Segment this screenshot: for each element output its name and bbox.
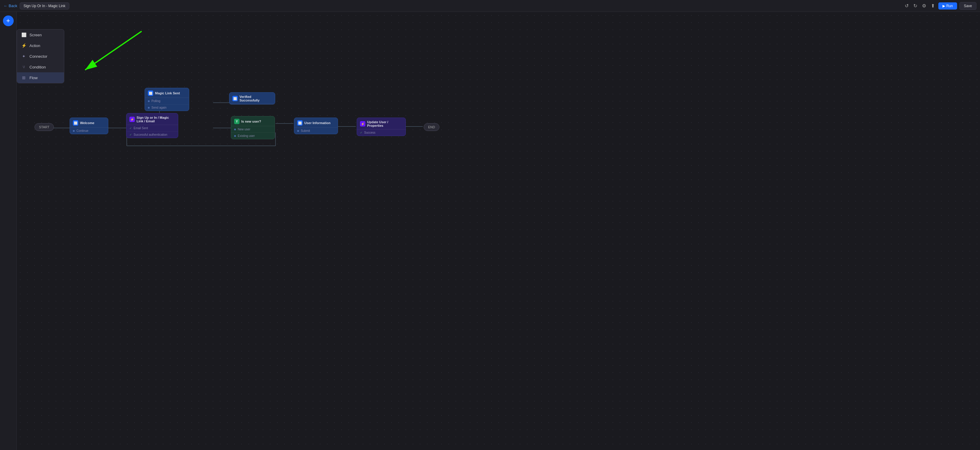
signup-email-header: ⚡ Sign Up or In / Magic Link / Email bbox=[126, 113, 178, 125]
update-user-row-success[interactable]: ✓ Success bbox=[357, 129, 406, 136]
menu-item-connector[interactable]: ✦ Connector bbox=[17, 51, 64, 62]
welcome-icon: ⬜ bbox=[73, 120, 78, 126]
dot-send bbox=[148, 107, 150, 109]
verified-node[interactable]: ⬜ Verified Successfully bbox=[229, 92, 275, 104]
active-tab[interactable]: Sign Up Or In - Magic Link bbox=[20, 2, 69, 10]
flow-canvas[interactable]: START ⬜ Welcome Continue ⬜ Magic Link Se… bbox=[17, 12, 980, 450]
welcome-header: ⬜ Welcome bbox=[70, 118, 108, 128]
magic-link-sent-node[interactable]: ⬜ Magic Link Sent Polling Send again bbox=[145, 88, 189, 111]
svg-line-1 bbox=[85, 31, 142, 70]
run-icon: ▶ bbox=[942, 4, 945, 8]
save-button[interactable]: Save bbox=[959, 2, 977, 10]
menu-item-flow[interactable]: ⊞ Flow bbox=[17, 72, 64, 83]
magic-link-header: ⬜ Magic Link Sent bbox=[145, 88, 189, 98]
start-node[interactable]: START bbox=[35, 123, 54, 131]
welcome-node[interactable]: ⬜ Welcome Continue bbox=[70, 118, 108, 134]
user-info-row-submit[interactable]: Submit bbox=[294, 128, 338, 134]
update-user-node[interactable]: ⚡ Update User / Properties ✓ Success bbox=[357, 118, 406, 136]
welcome-row-continue[interactable]: Continue bbox=[70, 128, 108, 134]
dot-polling bbox=[148, 100, 150, 102]
flow-icon: ⊞ bbox=[21, 75, 27, 80]
verified-header: ⬜ Verified Successfully bbox=[229, 93, 275, 104]
is-new-user-header: Y Is new user? bbox=[231, 116, 275, 126]
new-user-row[interactable]: New user bbox=[231, 126, 275, 133]
menu-item-screen[interactable]: ⬜ Screen bbox=[17, 29, 64, 40]
check-email-sent: ✓ bbox=[129, 126, 132, 130]
update-user-header: ⚡ Update User / Properties bbox=[357, 118, 406, 129]
annotation-arrow bbox=[58, 28, 154, 82]
user-info-node[interactable]: ⬜ User Information Submit bbox=[294, 118, 338, 134]
connections-layer bbox=[17, 12, 980, 450]
main-area: + ⬜ Screen ⚡ Action ✦ Connector ⑂ Condit… bbox=[0, 12, 980, 450]
settings-button[interactable]: ⚙ bbox=[921, 2, 928, 10]
publish-button[interactable]: ⬆ bbox=[930, 2, 936, 10]
screen-icon: ⬜ bbox=[21, 32, 27, 37]
dot-continue bbox=[73, 130, 75, 132]
action-icon: ⚡ bbox=[21, 43, 27, 48]
existing-user-row[interactable]: Existing user bbox=[231, 133, 275, 139]
condition-icon: ⑂ bbox=[21, 65, 27, 69]
signup-email-node[interactable]: ⚡ Sign Up or In / Magic Link / Email ✓ E… bbox=[126, 113, 178, 138]
dot-submit bbox=[297, 130, 299, 132]
menu-item-condition[interactable]: ⑂ Condition bbox=[17, 62, 64, 72]
magic-link-row-send[interactable]: Send again bbox=[145, 104, 189, 111]
sidebar: + bbox=[0, 12, 17, 450]
app-header: ← Back Sign Up Or In - Magic Link ↺ ↻ ⚙ … bbox=[0, 0, 980, 12]
is-new-user-icon: Y bbox=[234, 119, 240, 124]
menu-item-action[interactable]: ⚡ Action bbox=[17, 40, 64, 51]
connector-icon: ✦ bbox=[21, 54, 27, 59]
signup-row-email-sent[interactable]: ✓ Email Sent bbox=[126, 125, 178, 132]
dot-new-user bbox=[234, 129, 236, 130]
verified-icon: ⬜ bbox=[232, 96, 238, 101]
back-arrow-icon: ← bbox=[3, 3, 8, 8]
start-label: START bbox=[35, 123, 54, 131]
header-actions: ↺ ↻ ⚙ ⬆ ▶ Run Save bbox=[904, 2, 977, 10]
undo-button[interactable]: ↺ bbox=[904, 2, 910, 10]
run-button[interactable]: ▶ Run bbox=[939, 2, 957, 10]
magic-link-icon: ⬜ bbox=[148, 91, 153, 96]
end-label: END bbox=[424, 123, 439, 131]
update-user-icon: ⚡ bbox=[360, 121, 365, 126]
signup-row-auth[interactable]: ✓ Successful authentication bbox=[126, 132, 178, 138]
back-button[interactable]: ← Back bbox=[3, 3, 17, 8]
node-type-dropdown: ⬜ Screen ⚡ Action ✦ Connector ⑂ Conditio… bbox=[17, 29, 64, 83]
add-node-button[interactable]: + bbox=[3, 16, 14, 26]
check-success: ✓ bbox=[360, 131, 363, 134]
signup-email-icon: ⚡ bbox=[129, 116, 135, 122]
redo-button[interactable]: ↻ bbox=[912, 2, 918, 10]
check-auth: ✓ bbox=[129, 133, 132, 136]
magic-link-row-polling[interactable]: Polling bbox=[145, 98, 189, 104]
is-new-user-node[interactable]: Y Is new user? New user Existing user bbox=[231, 116, 275, 139]
user-info-header: ⬜ User Information bbox=[294, 118, 338, 128]
dot-existing-user bbox=[234, 135, 236, 137]
end-node[interactable]: END bbox=[424, 123, 439, 131]
user-info-icon: ⬜ bbox=[297, 120, 302, 126]
